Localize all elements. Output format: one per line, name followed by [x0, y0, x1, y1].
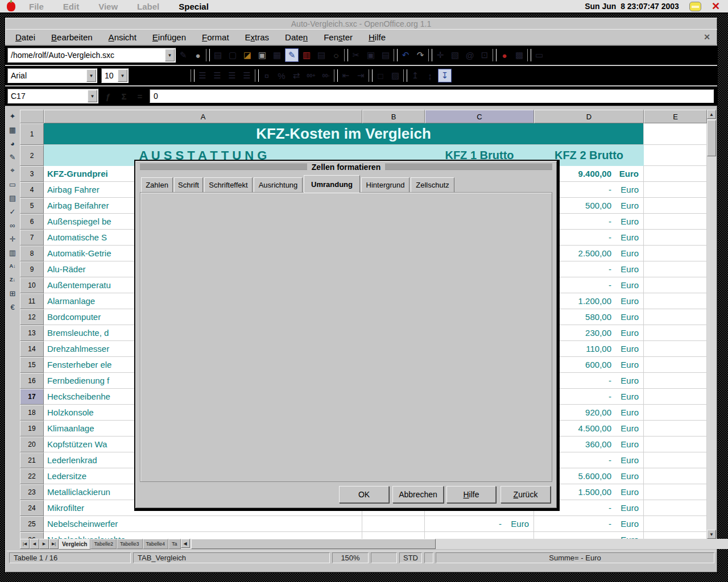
cut-icon[interactable]: ✂: [349, 48, 363, 62]
open-form-icon[interactable]: ▭: [532, 48, 546, 62]
cell-e[interactable]: [644, 436, 707, 452]
row-header[interactable]: 23: [20, 484, 44, 500]
cancel-button[interactable]: Abbrechen: [392, 486, 444, 503]
mac-menu-item[interactable]: Special: [179, 2, 209, 11]
draw-functions-icon[interactable]: ✎: [6, 151, 19, 163]
align-justify-icon[interactable]: ☰: [240, 69, 254, 82]
sort-ascending-icon[interactable]: A↓: [6, 260, 19, 272]
edit-file-icon[interactable]: ✎: [176, 48, 190, 62]
column-header-d[interactable]: D: [534, 110, 644, 123]
row-header[interactable]: 21: [20, 452, 44, 468]
mac-menu-item[interactable]: Label: [137, 2, 159, 11]
status-zoom[interactable]: 150%: [332, 552, 369, 563]
align-top-icon[interactable]: ↥: [408, 69, 422, 82]
sheet-tab[interactable]: Tabelle2: [90, 539, 117, 549]
prev-sheet-icon[interactable]: ◀: [30, 539, 39, 549]
align-right-icon[interactable]: ☰: [225, 69, 239, 82]
cell-e[interactable]: [644, 357, 707, 373]
row-header[interactable]: 6: [20, 214, 44, 230]
cell-e[interactable]: [644, 166, 707, 182]
undo-icon[interactable]: ↶: [399, 48, 412, 62]
add-decimal-icon[interactable]: 00+: [304, 69, 318, 82]
row-header[interactable]: 19: [20, 421, 44, 436]
apple-menu-icon[interactable]: [7, 2, 15, 11]
formula-input[interactable]: 0: [150, 89, 714, 103]
row-header[interactable]: 15: [20, 357, 44, 373]
dialog-tab[interactable]: Schrifteffekt: [204, 177, 253, 192]
cell-e[interactable]: [644, 198, 707, 214]
separator[interactable]: [334, 69, 338, 82]
row-header[interactable]: 17: [20, 389, 44, 405]
vertical-scrollbar[interactable]: ▲ ▼: [707, 110, 716, 539]
cell-kfz1-value[interactable]: [425, 532, 534, 539]
row-header[interactable]: 12: [20, 309, 44, 325]
autoformat-icon[interactable]: ▤: [6, 192, 19, 204]
menu-item[interactable]: Ansicht: [109, 32, 136, 42]
name-dropdown-icon[interactable]: ▼: [88, 90, 97, 102]
dialog-tab[interactable]: Zahlen: [141, 177, 173, 192]
row-header[interactable]: 18: [20, 405, 44, 421]
background-color-icon[interactable]: ▨: [388, 69, 402, 82]
row-header[interactable]: 16: [20, 373, 44, 389]
cell-e[interactable]: [644, 123, 707, 145]
page-preview-icon[interactable]: ◌: [329, 48, 343, 62]
cell-kfz1-value[interactable]: - Euro: [425, 516, 534, 532]
url-dropdown-icon[interactable]: ▼: [165, 49, 175, 61]
column-header-b[interactable]: B: [362, 110, 425, 123]
cell-b[interactable]: [362, 516, 425, 532]
save-all-icon[interactable]: ▦: [270, 48, 284, 62]
separator[interactable]: [255, 69, 259, 82]
open-document-icon[interactable]: ◪: [241, 48, 254, 62]
cell-e[interactable]: [644, 389, 707, 405]
dialog-titlebar[interactable]: Zellen formatieren: [140, 163, 552, 171]
first-sheet-icon[interactable]: |◀: [20, 539, 30, 549]
group-icon[interactable]: ⊞: [6, 287, 19, 300]
row-header[interactable]: 25: [20, 516, 44, 532]
row-header[interactable]: 11: [20, 293, 44, 309]
new-document-icon[interactable]: ▢: [226, 48, 239, 62]
insert-object-icon[interactable]: ◕: [6, 137, 19, 149]
dialog-tab[interactable]: Umrandung: [304, 175, 360, 193]
cell-e[interactable]: [644, 532, 707, 539]
align-center-icon[interactable]: ☰: [210, 69, 224, 82]
form-controls-icon[interactable]: ⌖: [6, 164, 19, 177]
insert-icon[interactable]: ✦: [6, 110, 19, 122]
cell-e[interactable]: [644, 309, 707, 325]
dialog-tab[interactable]: Hintergrund: [361, 177, 410, 192]
currency-format-icon[interactable]: ¤: [260, 69, 274, 82]
copy-icon[interactable]: ▣: [364, 48, 378, 62]
row-header[interactable]: 5: [20, 198, 44, 214]
decrease-indent-icon[interactable]: ⇤: [339, 69, 353, 82]
row-header[interactable]: 14: [20, 341, 44, 357]
app-switcher-icon[interactable]: [689, 2, 701, 11]
row-header[interactable]: 26: [20, 532, 44, 539]
vscroll-thumb[interactable]: [707, 120, 716, 156]
separator[interactable]: [369, 69, 373, 82]
menu-item[interactable]: Extras: [245, 32, 270, 42]
separator[interactable]: [191, 69, 195, 82]
corner-header[interactable]: [20, 110, 44, 123]
row-header[interactable]: 4: [20, 182, 44, 198]
cell-e[interactable]: [644, 452, 707, 468]
cell-e[interactable]: [644, 214, 707, 230]
borders-icon[interactable]: □: [374, 69, 387, 82]
last-sheet-icon[interactable]: ▶|: [49, 539, 59, 549]
menu-item[interactable]: Hilfe: [369, 32, 386, 42]
scroll-down-icon[interactable]: ▼: [707, 530, 716, 539]
row-header[interactable]: 20: [20, 436, 44, 452]
menu-item[interactable]: Datei: [15, 32, 35, 42]
sum-icon[interactable]: Σ: [117, 89, 131, 103]
increase-indent-icon[interactable]: ⇥: [354, 69, 367, 82]
row-header[interactable]: 10: [20, 277, 44, 293]
cell-e[interactable]: [644, 341, 707, 357]
row-header[interactable]: 8: [20, 246, 44, 261]
cell-e[interactable]: [644, 325, 707, 341]
row-header[interactable]: 7: [20, 230, 44, 246]
insert-frame-icon[interactable]: ▭: [6, 178, 19, 190]
close-icon[interactable]: ✕: [712, 1, 720, 11]
scroll-up-icon[interactable]: ▲: [707, 110, 716, 119]
cell-e[interactable]: [644, 500, 707, 516]
cell-e[interactable]: [644, 230, 707, 246]
row-header[interactable]: 22: [20, 468, 44, 484]
cell-reference-box[interactable]: C17 ▼: [7, 89, 98, 103]
